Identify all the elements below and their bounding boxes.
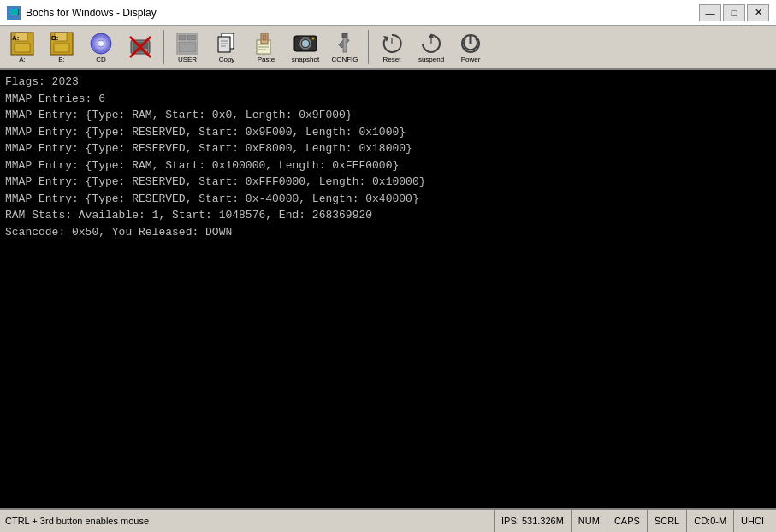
terminal-line: MMAP Entry: {Type: RAM, Start: 0x0, Leng… [5, 107, 771, 124]
svg-rect-22 [179, 42, 196, 52]
status-uhci: UHCI [733, 510, 771, 532]
cdrom-button[interactable]: CD [82, 28, 120, 66]
svg-rect-9 [54, 44, 69, 52]
svg-rect-41 [342, 33, 347, 38]
window-title: Bochs for Windows - Display [26, 7, 699, 19]
power-icon [459, 32, 483, 56]
status-mouse-hint: CTRL + 3rd button enables mouse [5, 516, 494, 526]
floppy-a-label: A: [19, 56, 26, 63]
power-label: Power [461, 56, 481, 63]
terminal-line: MMAP Entry: {Type: RESERVED, Start: 0x9F… [5, 124, 771, 141]
toolbar: A: A: B: B: [0, 26, 776, 70]
svg-rect-30 [263, 35, 266, 40]
user-button[interactable]: USER [169, 28, 206, 66]
floppy-a-icon: A: [10, 32, 34, 56]
harddisk-button[interactable] [121, 28, 159, 66]
terminal-line: RAM Stats: Available: 1, Start: 1048576,… [5, 207, 771, 224]
power-button[interactable]: Power [452, 28, 489, 66]
suspend-button[interactable]: suspend [412, 28, 450, 66]
title-bar: Bochs for Windows - Display — □ ✕ [0, 0, 776, 26]
reset-icon [380, 32, 404, 56]
user-label: USER [178, 56, 197, 63]
status-scrl: SCRL [647, 510, 686, 532]
toolbar-separator-1 [163, 30, 164, 64]
svg-point-36 [302, 40, 309, 47]
svg-point-13 [99, 42, 103, 45]
terminal-line: Flags: 2023 [5, 74, 771, 91]
snapshot-icon [293, 32, 317, 56]
svg-rect-21 [187, 35, 196, 40]
terminal-line: MMAP Entry: {Type: RESERVED, Start: 0xE8… [5, 140, 771, 157]
config-icon [333, 32, 357, 56]
config-button[interactable]: CONFIG [326, 28, 364, 66]
harddisk-icon [128, 35, 152, 59]
terminal-line: MMAP Entry: {Type: RESERVED, Start: 0xFF… [5, 174, 771, 191]
close-button[interactable]: ✕ [747, 4, 769, 21]
terminal-line: MMAP Entry: {Type: RAM, Start: 0x100000,… [5, 157, 771, 174]
app-icon [7, 6, 21, 20]
copy-icon [215, 32, 239, 56]
window-controls: — □ ✕ [699, 4, 769, 21]
terminal-line: Scancode: 0x50, You Released: DOWN [5, 224, 771, 241]
toolbar-separator-2 [368, 30, 369, 64]
status-num: NUM [571, 510, 607, 532]
svg-text:B:: B: [51, 34, 58, 42]
maximize-button[interactable]: □ [723, 4, 745, 21]
floppy-a-button[interactable]: A: A: [3, 28, 41, 66]
reset-label: Reset [383, 56, 401, 63]
paste-icon [254, 32, 278, 56]
minimize-button[interactable]: — [699, 4, 721, 21]
paste-label: Paste [258, 56, 275, 63]
floppy-b-icon: B: [50, 32, 74, 56]
floppy-b-button[interactable]: B: B: [43, 28, 80, 66]
suspend-icon [419, 32, 443, 56]
cdrom-icon [89, 32, 113, 56]
svg-rect-24 [218, 37, 230, 52]
floppy-b-label: B: [58, 56, 65, 63]
status-caps: CAPS [607, 510, 647, 532]
suspend-label: suspend [418, 56, 444, 63]
svg-rect-5 [15, 44, 30, 52]
status-ips: IPS: 531.326M [494, 510, 571, 532]
user-icon [175, 32, 199, 56]
svg-point-38 [312, 37, 315, 39]
copy-button[interactable]: Copy [208, 28, 246, 66]
config-label: CONFIG [331, 56, 358, 63]
terminal-line: MMAP Entry: {Type: RESERVED, Start: 0x-4… [5, 191, 771, 208]
snapshot-label: snapshot [292, 56, 319, 63]
svg-rect-20 [179, 35, 186, 40]
svg-text:A:: A: [12, 34, 19, 42]
status-cd: CD:0-M [686, 510, 733, 532]
cdrom-label: CD [96, 56, 106, 63]
paste-button[interactable]: Paste [247, 28, 285, 66]
status-bar: CTRL + 3rd button enables mouse IPS: 531… [0, 508, 776, 532]
reset-button[interactable]: Reset [373, 28, 411, 66]
svg-rect-2 [9, 9, 18, 15]
svg-rect-37 [302, 37, 309, 39]
terminal-line: MMAP Entries: 6 [5, 91, 771, 108]
snapshot-button[interactable]: snapshot [287, 28, 324, 66]
terminal-display: Flags: 2023MMAP Entries: 6MMAP Entry: {T… [0, 70, 776, 508]
copy-label: Copy [219, 56, 235, 63]
